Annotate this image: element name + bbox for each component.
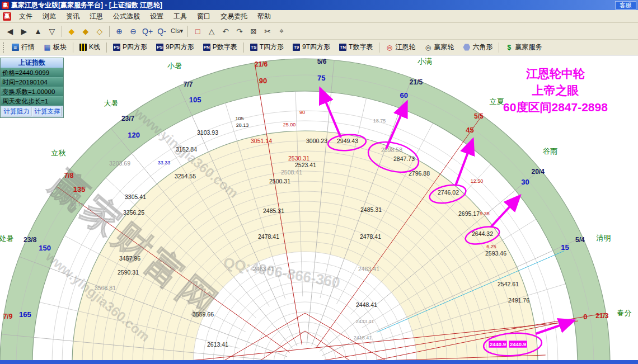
price-cell-label: 3305.41 <box>125 193 146 200</box>
toolbar-item-p-square[interactable]: PSP四方形 <box>109 41 152 54</box>
menu-item[interactable]: 交易委托 <box>215 10 252 23</box>
rect-tool-button[interactable]: □ <box>191 25 204 37</box>
index-name: 上证指数 <box>1 58 63 68</box>
price-cell-label: 2523.41 <box>295 162 316 168</box>
annotation-line-1: 江恩轮中轮 <box>476 65 635 82</box>
zoom-out-button[interactable]: ⊖ <box>126 25 140 37</box>
toolbar-item-label: 六角形 <box>472 42 492 52</box>
price-cell-label: 3152.84 <box>176 146 197 153</box>
toolbar-separator <box>243 42 244 53</box>
gann-wheel-icon: ◎ <box>386 44 393 51</box>
toolbar-item-winner-wheel[interactable]: ◎赢家轮 <box>420 41 458 54</box>
toolbar-item-t-square[interactable]: TST四方形 <box>246 41 288 54</box>
price-cell-label: 2949.43 <box>337 138 358 144</box>
menu-item[interactable]: 工具 <box>168 10 192 23</box>
magenta-annotation: 江恩轮中轮 上帝之眼 60度区间2847-2898 <box>476 65 635 116</box>
info-panel-rows: 价格=2440.9099时间=20190104变换系数=1.00000周天变化步… <box>1 68 63 106</box>
toolbar-item-winner-service[interactable]: $赢家服务 <box>501 41 546 54</box>
forward-button[interactable]: ▶ <box>17 25 31 37</box>
toolbar-item-gann-wheel[interactable]: ◎江恩轮 <box>381 41 420 54</box>
arc-tool-button[interactable]: ↶ <box>219 25 232 37</box>
diamond-center-button[interactable]: ◆ <box>79 25 92 37</box>
toolbar-views: ≡行情▦板块K线PSP四方形PS9P四方形PNP数字表TST四方形T99T四方形… <box>0 40 638 55</box>
menu-bar: 赢 文件浏览资讯江恩公式选股设置工具窗口交易委托帮助 <box>0 10 638 23</box>
down-button[interactable]: ▽ <box>45 25 59 37</box>
t9-icon: T9 <box>293 44 300 51</box>
rotate-tool-button[interactable]: ↷ <box>233 25 246 37</box>
calc-support-button[interactable]: 计算支撑 <box>32 107 62 116</box>
delete-tool-button[interactable]: ⊠ <box>247 25 260 37</box>
toolbar-item-quotes[interactable]: ≡行情 <box>7 41 39 54</box>
menu-item[interactable]: 资讯 <box>61 10 85 23</box>
degree-label: 45 <box>466 126 473 134</box>
toolbar-item-label: K线 <box>89 42 100 52</box>
toolbar-item-t-number-table[interactable]: TNT数字表 <box>335 41 377 54</box>
toolbar-item-p-number-table[interactable]: PNP数字表 <box>199 41 242 54</box>
bottom-scrollbar[interactable] <box>0 360 638 364</box>
up-button[interactable]: ▲ <box>31 25 45 37</box>
price-cell-label: 12.50 <box>471 178 484 184</box>
price-cell-label: 33.33 <box>158 160 171 166</box>
solar-term-label: 春分 <box>617 309 632 317</box>
toolbar-item-kline[interactable]: K线 <box>75 41 105 54</box>
cis-dropdown[interactable]: CIs▾ <box>169 25 185 37</box>
menu-item[interactable]: 设置 <box>145 10 168 23</box>
zoom-in-button[interactable]: ⊕ <box>112 25 126 37</box>
menu-item[interactable]: 文件 <box>14 10 37 23</box>
toolbar-item-label: 9P四方形 <box>166 42 194 52</box>
solar-term-label: 谷雨 <box>543 147 557 155</box>
title-bar: 赢 赢家江恩专业版[赢家服务平台] - [上证指数 江恩轮] 客服 <box>0 0 638 10</box>
price-cell-label: 2418.41 <box>354 335 372 341</box>
customer-service-button[interactable]: 客服 <box>615 1 636 10</box>
pointer-tool-button[interactable]: ⌖ <box>275 25 288 37</box>
date-label: 7/7 <box>184 81 193 88</box>
toolbar-separator <box>73 42 73 53</box>
toolbar-item-hexagon[interactable]: 六角形 <box>458 41 497 54</box>
degree-label: 30 <box>521 178 529 186</box>
toolbar-item-label: 赢家轮 <box>434 42 454 52</box>
diamond-hollow-button[interactable]: ◇ <box>93 25 106 37</box>
price-cell-label: 2593.46 <box>485 250 506 257</box>
menu-item[interactable]: 窗口 <box>192 10 215 23</box>
price-cell-label: 3051.14 <box>251 138 272 144</box>
price-cell-label: 2613.41 <box>207 341 228 348</box>
price-cell-label: 2508.41 <box>281 169 302 176</box>
diamond-solid-button[interactable]: ◆ <box>65 25 78 37</box>
price-cell-label: 2898.58 <box>381 146 402 153</box>
ps-icon: PS <box>156 44 163 51</box>
menu-item[interactable]: 帮助 <box>252 10 276 23</box>
winner-wheel-icon: ◎ <box>424 44 431 51</box>
solar-term-label: 清明 <box>596 234 611 242</box>
menu-logo-icon: 赢 <box>3 12 11 21</box>
degree-label: 165 <box>19 310 31 319</box>
toolbar-item-9t-square[interactable]: T99T四方形 <box>288 41 335 54</box>
menu-item[interactable]: 浏览 <box>37 10 61 23</box>
current-price-value: 2440.9 <box>490 341 506 347</box>
toolbar-item-label: T四方形 <box>260 42 284 52</box>
menu-item[interactable]: 江恩 <box>85 10 108 23</box>
price-cell-label: 3203.69 <box>109 160 130 167</box>
back-button[interactable]: ◀ <box>3 25 17 37</box>
toolbar-item-9p-square[interactable]: PS9P四方形 <box>152 41 199 54</box>
price-cell-label: 25.00 <box>283 122 296 127</box>
price-cell-label: 3254.55 <box>175 173 196 179</box>
toolbar-separator <box>379 42 379 53</box>
annotation-line-3: 60度区间2847-2898 <box>476 99 635 116</box>
price-cell-label: 2478.41 <box>360 233 381 240</box>
price-cell-label: 2485.31 <box>360 206 382 213</box>
calc-resistance-button[interactable]: 计算阻力 <box>2 107 31 116</box>
magnifier-in-button[interactable]: Q+ <box>140 25 154 37</box>
price-cell-label: 6.25 <box>486 244 496 249</box>
date-label: 7/8 <box>64 172 74 179</box>
info-row: 变换系数=1.00000 <box>1 87 63 96</box>
toolbar-item-label: 江恩轮 <box>395 42 415 52</box>
price-cell-label: 3559.66 <box>193 311 214 318</box>
menu-item[interactable]: 公式选股 <box>108 10 145 23</box>
price-cell-label: 2485.31 <box>263 207 284 214</box>
triangle-tool-button[interactable]: △ <box>205 25 218 37</box>
cut-tool-button[interactable]: ✂ <box>261 25 274 37</box>
magnifier-out-button[interactable]: Q- <box>155 25 168 37</box>
toolbar-item-sectors[interactable]: ▦板块 <box>39 41 71 54</box>
degree-label: 120 <box>128 131 140 139</box>
dollar-icon: $ <box>505 44 513 51</box>
